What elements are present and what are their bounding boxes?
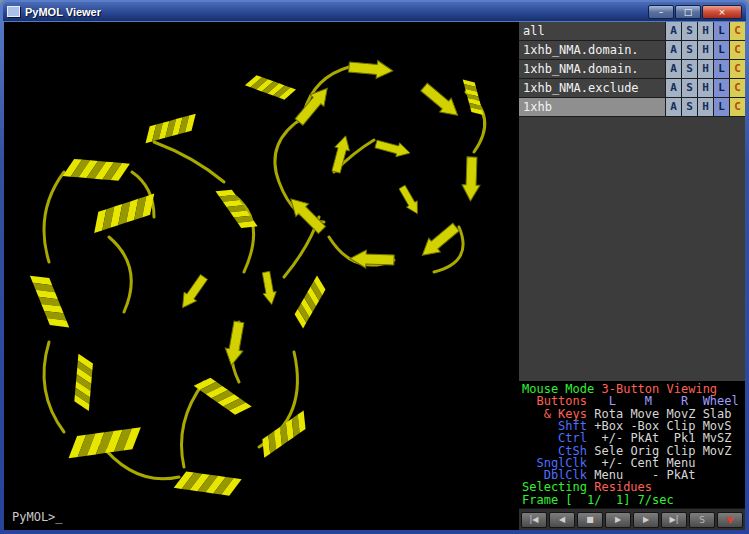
- pymol-window: PyMOL Viewer – □ ×: [0, 0, 749, 534]
- object-name[interactable]: 1xhb_NMA.domain.: [519, 41, 665, 59]
- action-button[interactable]: A: [665, 60, 681, 78]
- object-row[interactable]: 1xhb_NMA.exclude A S H L C: [519, 79, 745, 98]
- scene-button[interactable]: S: [689, 512, 715, 528]
- hide-button[interactable]: H: [697, 98, 713, 116]
- title-bar[interactable]: PyMOL Viewer – □ ×: [3, 2, 746, 21]
- object-name[interactable]: 1xhb_NMA.domain.: [519, 60, 665, 78]
- label-button[interactable]: L: [713, 60, 729, 78]
- color-button[interactable]: C: [729, 98, 745, 116]
- minimize-button[interactable]: –: [648, 5, 674, 19]
- panel-spacer: [519, 117, 745, 381]
- color-button[interactable]: C: [729, 60, 745, 78]
- client-area: PyMOL>_ all A S H L C 1xhb_NMA.domain. A…: [4, 22, 745, 530]
- play-button[interactable]: ▶: [605, 512, 631, 528]
- action-button[interactable]: A: [665, 98, 681, 116]
- label-button[interactable]: L: [713, 22, 729, 40]
- object-row[interactable]: 1xhb_NMA.domain. A S H L C: [519, 41, 745, 60]
- step-forward-button[interactable]: ▶: [633, 512, 659, 528]
- go-end-button[interactable]: ▶|: [661, 512, 687, 528]
- maximize-button[interactable]: □: [675, 5, 701, 19]
- show-button[interactable]: S: [681, 60, 697, 78]
- action-button[interactable]: A: [665, 79, 681, 97]
- playback-bar: |◀ ◀ ■ ▶ ▶ ▶| S ▼: [519, 508, 745, 530]
- color-button[interactable]: C: [729, 22, 745, 40]
- viewport-3d[interactable]: PyMOL>_: [4, 22, 518, 530]
- show-button[interactable]: S: [681, 79, 697, 97]
- action-button[interactable]: A: [665, 41, 681, 59]
- app-icon: [7, 6, 20, 17]
- object-name[interactable]: all: [519, 22, 665, 40]
- action-button[interactable]: A: [665, 22, 681, 40]
- window-controls: – □ ×: [648, 5, 742, 19]
- label-button[interactable]: L: [713, 98, 729, 116]
- menu-down-button[interactable]: ▼: [717, 512, 743, 528]
- object-row[interactable]: all A S H L C: [519, 22, 745, 41]
- object-name[interactable]: 1xhb_NMA.exclude: [519, 79, 665, 97]
- object-list: all A S H L C 1xhb_NMA.domain. A S H L C…: [519, 22, 745, 117]
- hide-button[interactable]: H: [697, 60, 713, 78]
- stop-button[interactable]: ■: [577, 512, 603, 528]
- hide-button[interactable]: H: [697, 22, 713, 40]
- hide-button[interactable]: H: [697, 79, 713, 97]
- label-button[interactable]: L: [713, 79, 729, 97]
- object-row[interactable]: 1xhb_NMA.domain. A S H L C: [519, 60, 745, 79]
- mouse-mode-panel: Mouse Mode 3-Button Viewing Buttons L M …: [519, 381, 745, 508]
- object-name[interactable]: 1xhb: [519, 98, 665, 116]
- label-button[interactable]: L: [713, 41, 729, 59]
- show-button[interactable]: S: [681, 22, 697, 40]
- color-button[interactable]: C: [729, 41, 745, 59]
- show-button[interactable]: S: [681, 98, 697, 116]
- protein-cartoon: [4, 22, 518, 530]
- go-start-button[interactable]: |◀: [521, 512, 547, 528]
- control-panel: all A S H L C 1xhb_NMA.domain. A S H L C…: [518, 22, 745, 530]
- window-title: PyMOL Viewer: [25, 6, 643, 18]
- command-prompt[interactable]: PyMOL>_: [12, 510, 63, 524]
- show-button[interactable]: S: [681, 41, 697, 59]
- frame-counter-line: Frame [ 1/ 1] 7/sec: [522, 494, 743, 506]
- color-button[interactable]: C: [729, 79, 745, 97]
- frame-counter: Frame [ 1/ 1] 7/sec: [522, 493, 674, 507]
- object-row-selected[interactable]: 1xhb A S H L C: [519, 98, 745, 117]
- close-button[interactable]: ×: [702, 5, 742, 19]
- hide-button[interactable]: H: [697, 41, 713, 59]
- step-back-button[interactable]: ◀: [549, 512, 575, 528]
